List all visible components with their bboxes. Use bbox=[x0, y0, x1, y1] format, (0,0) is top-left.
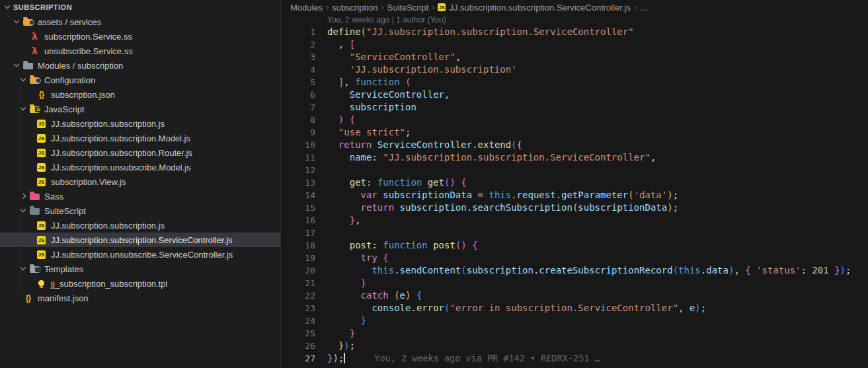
code-line-23[interactable]: 23 console.error("error in subscription.… bbox=[281, 302, 868, 314]
tree-item-jj-subscription-subscription-tpl[interactable]: jj_subscription_subscription.tpl bbox=[0, 276, 280, 291]
tree-item-jj-subscription-subscription-js[interactable]: JSJJ.subscription.subscription.js bbox=[0, 218, 280, 233]
explorer-section-header[interactable]: SUBSCRIPTION bbox=[0, 0, 280, 15]
code-line-15[interactable]: 15 return subscription.searchSubscriptio… bbox=[281, 202, 868, 214]
line-content[interactable]: post: function post() { bbox=[326, 239, 868, 252]
tree-item-sass[interactable]: Sass bbox=[0, 189, 280, 203]
line-content[interactable]: ) { bbox=[326, 114, 868, 126]
line-content[interactable]: } bbox=[326, 314, 868, 327]
code-line-26[interactable]: 26 }); bbox=[281, 340, 868, 352]
line-content[interactable]: subscription bbox=[326, 101, 868, 114]
line-content[interactable]: catch (e) { bbox=[326, 289, 868, 302]
code-line-11[interactable]: 11 name: "JJ.subscription.subscription.S… bbox=[281, 151, 868, 164]
line-content[interactable]: return subscription.searchSubscription(s… bbox=[326, 202, 868, 214]
tree-item-suitescript[interactable]: SuiteScript bbox=[0, 203, 280, 218]
code-line-13[interactable]: 13 get: function get() { bbox=[281, 176, 868, 189]
line-number-25[interactable]: 25 bbox=[281, 327, 326, 340]
chevron-down-icon[interactable] bbox=[19, 104, 29, 114]
line-content[interactable]: define("JJ.subscription.subscription.Ser… bbox=[326, 26, 868, 38]
line-number-17[interactable]: 17 bbox=[281, 227, 326, 239]
line-number-3[interactable]: 3 bbox=[281, 51, 326, 63]
line-content[interactable]: });You, 2 weeks ago via PR #142 • REDRX-… bbox=[326, 352, 868, 365]
code-line-9[interactable]: 9 "use strict"; bbox=[281, 126, 868, 139]
code-line-5[interactable]: 5 ], function ( bbox=[281, 76, 868, 89]
line-content[interactable]: , [ bbox=[326, 38, 868, 51]
code-line-6[interactable]: 6 ServiceController, bbox=[281, 89, 868, 101]
tree-item-javascript[interactable]: JSJavaScript bbox=[0, 102, 280, 116]
code-line-18[interactable]: 18 post: function post() { bbox=[281, 239, 868, 252]
line-content[interactable] bbox=[326, 164, 868, 176]
line-number-8[interactable]: 8 bbox=[281, 114, 326, 126]
line-number-1[interactable]: 1 bbox=[281, 26, 326, 38]
code-line-22[interactable]: 22 catch (e) { bbox=[281, 289, 868, 302]
code-line-25[interactable]: 25 } bbox=[281, 327, 868, 340]
line-content[interactable]: ServiceController, bbox=[326, 89, 868, 101]
breadcrumb-item-modules[interactable]: Modules bbox=[290, 3, 323, 13]
chevron-down-icon[interactable] bbox=[12, 17, 22, 27]
line-content[interactable]: try { bbox=[326, 252, 868, 264]
line-number-10[interactable]: 10 bbox=[281, 139, 326, 151]
line-content[interactable]: }, bbox=[326, 214, 868, 227]
line-number-5[interactable]: 5 bbox=[281, 76, 326, 89]
breadcrumb-file-name[interactable]: JJ.subscription.subscription.ServiceCont… bbox=[449, 3, 631, 13]
tree-item-subscription-service-ss[interactable]: λsubscription.Service.ss bbox=[0, 29, 280, 44]
code-line-20[interactable]: 20 this.sendContent(subscription.createS… bbox=[281, 264, 868, 277]
line-number-24[interactable]: 24 bbox=[281, 314, 326, 327]
breadcrumb-item-suitescript[interactable]: SuiteScript bbox=[387, 3, 429, 13]
breadcrumb-item-subscription[interactable]: subscription bbox=[332, 3, 377, 13]
code-line-12[interactable]: 12 bbox=[281, 164, 868, 176]
tree-item-manifest-json[interactable]: {}manifest.json bbox=[0, 291, 280, 305]
line-number-23[interactable]: 23 bbox=[281, 302, 326, 314]
line-content[interactable]: } bbox=[326, 277, 868, 289]
line-number-21[interactable]: 21 bbox=[281, 277, 326, 289]
line-number-12[interactable]: 12 bbox=[281, 164, 326, 176]
chevron-down-icon[interactable] bbox=[19, 264, 29, 274]
tree-item-jj-subscription-unsubscribe-model-js[interactable]: JSJJ.subscription.unsubscribe.Model.js bbox=[0, 160, 280, 174]
breadcrumb-overflow[interactable]: … bbox=[640, 3, 649, 13]
line-content[interactable]: var subscriptionData = this.request.getP… bbox=[326, 189, 868, 202]
tree-item-subscription-view-js[interactable]: JSsubscription.View.js bbox=[0, 174, 280, 189]
line-number-11[interactable]: 11 bbox=[281, 151, 326, 164]
tree-item-jj-subscription-subscription-js[interactable]: JSJJ.subscription.subscription.js bbox=[0, 116, 280, 131]
line-number-22[interactable]: 22 bbox=[281, 289, 326, 302]
code-line-17[interactable]: 17 bbox=[281, 227, 868, 239]
code-line-4[interactable]: 4 'JJ.subscription.subscription' bbox=[281, 63, 868, 76]
tree-item-unsubscribe-service-ss[interactable]: λunsubscribe.Service.ss bbox=[0, 44, 280, 58]
tree-item-jj-subscription-unsubscribe-servicecontroller-js[interactable]: JSJJ.subscription.unsubscribe.ServiceCon… bbox=[0, 247, 280, 262]
line-number-20[interactable]: 20 bbox=[281, 264, 326, 277]
line-number-6[interactable]: 6 bbox=[281, 89, 326, 101]
code-line-27[interactable]: 27});You, 2 weeks ago via PR #142 • REDR… bbox=[281, 352, 868, 365]
tree-item-configuration[interactable]: Configuration bbox=[0, 73, 280, 87]
line-content[interactable]: get: function get() { bbox=[326, 176, 868, 189]
tree-item-jj-subscription-subscription-servicecontroller-js[interactable]: JSJJ.subscription.subscription.ServiceCo… bbox=[0, 233, 280, 247]
code-line-16[interactable]: 16 }, bbox=[281, 214, 868, 227]
code-area[interactable]: 1define("JJ.subscription.subscription.Se… bbox=[281, 26, 868, 365]
chevron-down-icon[interactable] bbox=[19, 75, 29, 85]
line-content[interactable]: this.sendContent(subscription.createSubs… bbox=[326, 264, 868, 277]
tree-item-modules-subscription[interactable]: Modules / subscription bbox=[0, 58, 280, 73]
line-number-7[interactable]: 7 bbox=[281, 101, 326, 114]
chevron-down-icon[interactable] bbox=[19, 205, 29, 216]
code-line-19[interactable]: 19 try { bbox=[281, 252, 868, 264]
tree-item-jj-subscription-subscription-router-js[interactable]: JSJJ.subscription.subscription.Router.js bbox=[0, 145, 280, 160]
line-content[interactable]: return ServiceController.extend({ bbox=[326, 139, 868, 151]
line-content[interactable]: console.error("error in subscription.Ser… bbox=[326, 302, 868, 314]
tree-item-subscription-json[interactable]: {}subscription.json bbox=[0, 87, 280, 102]
gitlens-authors-codelens[interactable]: You, 2 weeks ago | 1 author (You) bbox=[281, 15, 868, 26]
line-number-4[interactable]: 4 bbox=[281, 63, 326, 76]
line-number-18[interactable]: 18 bbox=[281, 239, 326, 252]
line-number-2[interactable]: 2 bbox=[281, 38, 326, 51]
code-line-8[interactable]: 8 ) { bbox=[281, 114, 868, 126]
tree-item-templates[interactable]: Templates bbox=[0, 262, 280, 276]
code-line-10[interactable]: 10 return ServiceController.extend({ bbox=[281, 139, 868, 151]
chevron-right-icon[interactable] bbox=[19, 191, 29, 202]
line-content[interactable]: }); bbox=[326, 340, 868, 352]
line-number-15[interactable]: 15 bbox=[281, 202, 326, 214]
line-number-26[interactable]: 26 bbox=[281, 340, 326, 352]
line-content[interactable] bbox=[326, 227, 868, 239]
line-content[interactable]: name: "JJ.subscription.subscription.Serv… bbox=[326, 151, 868, 164]
chevron-down-icon[interactable] bbox=[12, 60, 22, 71]
code-line-24[interactable]: 24 } bbox=[281, 314, 868, 327]
line-content[interactable]: ], function ( bbox=[326, 76, 868, 89]
line-number-27[interactable]: 27 bbox=[281, 352, 326, 365]
line-number-19[interactable]: 19 bbox=[281, 252, 326, 264]
